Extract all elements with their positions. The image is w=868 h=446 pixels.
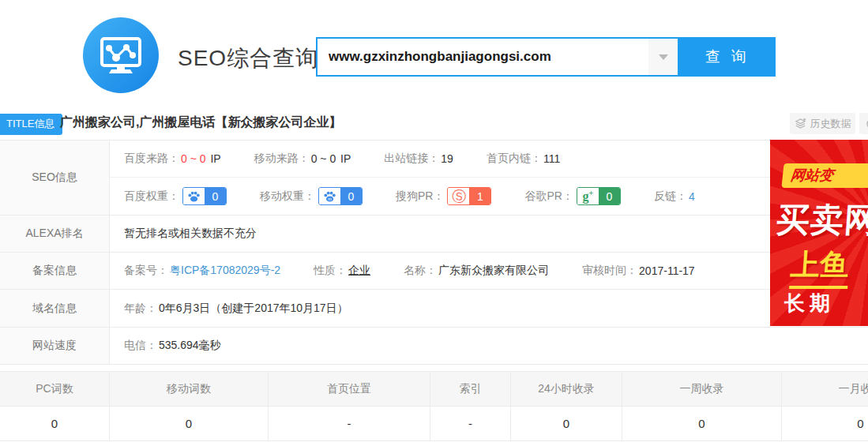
search-bar: 查 询 — [316, 37, 776, 77]
table-row-domain: 域名信息 年龄： 0年6月3日（创建于2017年10月17日） — [0, 290, 868, 328]
history-data-button[interactable]: 历史数据 — [790, 113, 855, 134]
chevron-down-icon — [659, 54, 668, 60]
ad-banner[interactable]: 网站变 买卖网 上鱼 长期收 — [770, 140, 868, 326]
google-pr-stat[interactable]: 谷歌PR： g+ 0 — [524, 187, 620, 205]
keyword-stats-table: PC词数 0 移动词数 0 首页位置 - 索引 - 24小时收录 0 一周收录 … — [0, 371, 868, 441]
seo-info-table: SEO信息 百度来路： 0 ~ 0 IP 移动来路： 0 ~ 0 IP 出站链接… — [0, 140, 868, 365]
svg-text:m: m — [328, 197, 332, 201]
history-data-label: 历史数据 — [810, 117, 851, 131]
ad-subheadline: 上鱼 — [789, 245, 851, 289]
beian-number-link[interactable]: 粤ICP备17082029号-2 — [170, 264, 280, 278]
mobile-weight-badge: m 0 — [318, 187, 363, 205]
title-info-badge: TITLE信息 — [0, 114, 62, 135]
beian-name-stat: 名称： 广东新众搬家有限公司 — [404, 264, 549, 278]
row-label-domain: 域名信息 — [0, 290, 110, 327]
seo-traffic-subrow: 百度来路： 0 ~ 0 IP 移动来路： 0 ~ 0 IP 出站链接： 19 首… — [110, 141, 868, 178]
baidu-traffic-stat: 百度来路： 0 ~ 0 IP — [124, 152, 221, 166]
table-row-alexa: ALEXA排名 暂无排名或相关数据不充分 — [0, 216, 868, 253]
row-label-speed: 网站速度 — [0, 328, 110, 364]
query-button[interactable]: 查 询 — [679, 37, 776, 77]
search-input-wrap — [316, 37, 679, 77]
sogou-icon: Ⓢ — [448, 188, 469, 204]
sogou-pr-stat[interactable]: 搜狗PR： Ⓢ 1 — [396, 187, 491, 205]
search-history-dropdown[interactable] — [648, 39, 678, 75]
stats-col-week-included: 一周收录 0 — [622, 372, 782, 440]
page-title: SEO综合查询 — [178, 43, 318, 73]
seo-query-page: SEO综合查询 查 询 TITLE信息 广州搬家公司,广州搬屋电话【新众搬家公司… — [0, 0, 868, 446]
layers-icon — [795, 118, 806, 129]
alexa-content: 暂无排名或相关数据不充分 — [110, 216, 868, 252]
sogou-pr-badge: Ⓢ 1 — [447, 187, 491, 205]
paw-m-icon: m — [319, 188, 340, 204]
stats-col-mobile-words: 移动词数 0 — [110, 372, 269, 440]
mobile-weight-stat[interactable]: 移动权重： m 0 — [260, 187, 363, 205]
table-row-beian: 备案信息 备案号： 粤ICP备17082029号-2 性质： 企业 名称： 广东… — [0, 253, 868, 290]
stats-col-24h-included: 24小时收录 0 — [511, 372, 622, 440]
row-label-alexa: ALEXA排名 — [0, 216, 110, 252]
table-row-speed: 网站速度 电信： 535.694毫秒 — [0, 328, 868, 365]
secondary-tool-button[interactable] — [859, 113, 868, 134]
stats-col-index: 索引 - — [430, 372, 511, 440]
telecom-speed-stat: 电信： 535.694毫秒 — [124, 339, 221, 353]
google-plus-icon: g+ — [577, 188, 599, 204]
row-label-beian: 备案信息 — [0, 253, 110, 289]
google-pr-badge: g+ 0 — [577, 187, 621, 205]
beian-number-stat: 备案号： 粤ICP备17082029号-2 — [124, 264, 280, 278]
beian-content: 备案号： 粤ICP备17082029号-2 性质： 企业 名称： 广东新众搬家有… — [110, 253, 868, 289]
homepage-inlinks-stat: 首页内链： 111 — [487, 152, 560, 166]
ad-badge-text: 网站变 — [781, 163, 868, 188]
beian-nature-link[interactable]: 企业 — [348, 264, 370, 278]
app-logo — [83, 17, 159, 93]
site-title-text: 广州搬家公司,广州搬屋电话【新众搬家公司企业】 — [60, 114, 341, 131]
beian-audit-time-stat: 审核时间： 2017-11-17 — [582, 264, 695, 278]
seo-info-content: 百度来路： 0 ~ 0 IP 移动来路： 0 ~ 0 IP 出站链接： 19 首… — [110, 141, 868, 215]
stats-col-pc-words: PC词数 0 — [0, 372, 110, 440]
title-bar: TITLE信息 广州搬家公司,广州搬屋电话【新众搬家公司企业】 历史数据 — [0, 113, 868, 137]
baidu-weight-stat[interactable]: 百度权重： 0 — [124, 187, 227, 205]
ad-headline: 买卖网 — [775, 198, 868, 242]
domain-content: 年龄： 0年6月3日（创建于2017年10月17日） — [110, 290, 868, 327]
seo-weight-subrow: 百度权重： 0 移动权重： m — [110, 178, 868, 215]
stats-col-month-included: 一月收录 0 — [782, 372, 868, 440]
table-row-seo-info: SEO信息 百度来路： 0 ~ 0 IP 移动来路： 0 ~ 0 IP 出站链接… — [0, 141, 868, 216]
monitor-chart-icon — [83, 17, 159, 93]
speed-content: 电信： 535.694毫秒 — [110, 328, 868, 364]
ad-footer-text: 长期收 — [784, 290, 868, 317]
backlinks-stat[interactable]: 反链： 4 — [654, 189, 695, 204]
outbound-links-stat: 出站链接： 19 — [384, 152, 453, 166]
domain-age-stat: 年龄： 0年6月3日（创建于2017年10月17日） — [124, 302, 348, 316]
search-input[interactable] — [318, 39, 678, 75]
stats-col-homepage-position: 首页位置 - — [269, 372, 430, 440]
baidu-weight-badge: 0 — [182, 187, 227, 205]
mobile-traffic-stat: 移动来路： 0 ~ 0 IP — [254, 152, 351, 166]
paw-icon — [183, 188, 205, 204]
beian-nature-stat: 性质： 企业 — [314, 264, 370, 278]
row-label-seo: SEO信息 — [0, 141, 110, 215]
